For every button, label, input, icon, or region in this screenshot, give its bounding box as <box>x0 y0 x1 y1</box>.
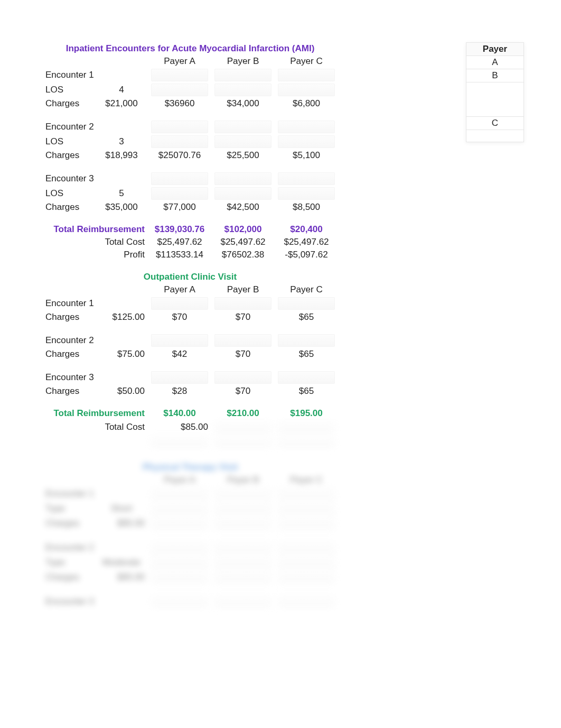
encounter-label: Encounter 1 <box>42 486 148 501</box>
encounter-label: Encounter 2 <box>42 333 148 348</box>
total-reimb-a: $139,030.76 <box>148 223 211 236</box>
los-label: LOS <box>42 186 95 201</box>
amount-cell: $5,100 <box>275 149 338 162</box>
charges-value: $21,000 <box>95 97 148 110</box>
encounter-label: Encounter 2 <box>42 540 148 555</box>
los-value: 3 <box>95 134 148 149</box>
amount-cell: $42,500 <box>211 201 275 214</box>
amount-cell: $70 <box>148 311 211 324</box>
col-payer-c: Payer C <box>275 474 338 486</box>
inpatient-table: Inpatient Encounters for Acute Myocardia… <box>42 42 338 261</box>
total-cost-a: $85.00 <box>148 420 211 435</box>
encounter-label: Encounter 3 <box>42 171 148 186</box>
encounter-label: Encounter 3 <box>42 594 148 609</box>
profit-label: Profit <box>42 248 148 261</box>
encounter-label: Encounter 3 <box>42 370 148 385</box>
profit-b: $76502.38 <box>211 248 275 261</box>
total-cost-b: $25,497.62 <box>211 236 275 248</box>
los-value: 5 <box>95 186 148 201</box>
col-payer-b: Payer B <box>211 283 275 296</box>
charges-value: $35,000 <box>95 201 148 214</box>
col-payer-c: Payer C <box>275 55 338 68</box>
charges-value: $18,993 <box>95 149 148 162</box>
los-label: LOS <box>42 82 95 97</box>
third-title: Physical Therapy Visit <box>42 461 338 474</box>
amount-cell: $6,800 <box>275 97 338 110</box>
encounter-label: Encounter 1 <box>42 68 148 82</box>
amount-cell: $65 <box>275 311 338 324</box>
side-payer-c: C <box>466 117 524 130</box>
total-reimb-label: Total Reimbursement <box>42 407 148 420</box>
amount-cell: $77,000 <box>148 201 211 214</box>
col-payer-a: Payer A <box>148 474 211 486</box>
total-cost-label: Total Cost <box>42 236 148 248</box>
amount-cell: $34,000 <box>211 97 275 110</box>
encounter-label: Encounter 2 <box>42 119 148 134</box>
col-payer-c: Payer C <box>275 283 338 296</box>
amount-cell: $65 <box>275 348 338 361</box>
amount-cell: $42 <box>148 348 211 361</box>
charges-value: $50.00 <box>95 385 148 398</box>
outpatient-table: Outpatient Clinic Visit Payer A Payer B … <box>42 271 338 449</box>
amount-cell: $65 <box>275 385 338 398</box>
total-reimb-b: $102,000 <box>211 223 275 236</box>
amount-cell: $8,500 <box>275 201 338 214</box>
charges-value: $125.00 <box>95 311 148 324</box>
charges-label: Charges <box>42 311 95 324</box>
total-reimb-b: $210.00 <box>211 407 275 420</box>
total-reimb-c: $20,400 <box>275 223 338 236</box>
col-payer-a: Payer A <box>148 55 211 68</box>
amount-cell: $25,500 <box>211 149 275 162</box>
amount-cell: $36960 <box>148 97 211 110</box>
total-reimb-c: $195.00 <box>275 407 338 420</box>
third-table: Physical Therapy Visit Payer A Payer B P… <box>42 461 338 609</box>
total-cost-label: Total Cost <box>42 420 148 435</box>
total-reimb-a: $140.00 <box>148 407 211 420</box>
profit-c: -$5,097.62 <box>275 248 338 261</box>
profit-a: $113533.14 <box>148 248 211 261</box>
charges-label: Charges <box>42 97 95 110</box>
amount-cell: $25070.76 <box>148 149 211 162</box>
los-label: LOS <box>42 134 95 149</box>
charges-label: Charges <box>42 149 95 162</box>
amount-cell: $28 <box>148 385 211 398</box>
charges-value: $75.00 <box>95 348 148 361</box>
side-payer-b: B <box>466 69 524 82</box>
amount-cell: $70 <box>211 385 275 398</box>
side-header: Payer <box>466 43 524 56</box>
inpatient-title: Inpatient Encounters for Acute Myocardia… <box>42 42 338 55</box>
outpatient-title: Outpatient Clinic Visit <box>42 271 338 283</box>
col-payer-b: Payer B <box>211 474 275 486</box>
total-reimb-label: Total Reimbursement <box>42 223 148 236</box>
charges-label: Charges <box>42 348 95 361</box>
amount-cell: $70 <box>211 348 275 361</box>
total-cost-c: $25,497.62 <box>275 236 338 248</box>
col-payer-b: Payer B <box>211 55 275 68</box>
side-payer-a: A <box>466 56 524 69</box>
charges-label: Charges <box>42 201 95 214</box>
col-payer-a: Payer A <box>148 283 211 296</box>
total-cost-a: $25,497.62 <box>148 236 211 248</box>
encounter-label: Encounter 1 <box>42 296 148 311</box>
los-value: 4 <box>95 82 148 97</box>
charges-label: Charges <box>42 385 95 398</box>
amount-cell: $70 <box>211 311 275 324</box>
payer-side-table: Payer A B C <box>466 42 524 142</box>
